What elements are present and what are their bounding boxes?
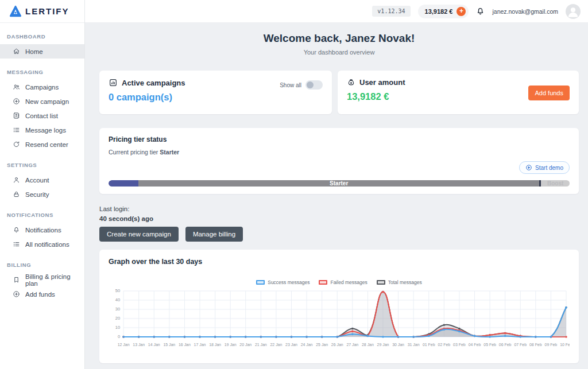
- svg-text:17 Jan: 17 Jan: [194, 343, 206, 347]
- sidebar-item-account[interactable]: Account: [0, 173, 84, 187]
- sidebar-item-label: New campaign: [25, 98, 69, 105]
- user-icon: [13, 176, 20, 184]
- legend-item[interactable]: Failed messages: [319, 279, 367, 285]
- balance-amount: 13,9182 €: [425, 8, 453, 15]
- legend-item[interactable]: Success messages: [256, 279, 310, 285]
- notifications-bell-icon[interactable]: [476, 7, 485, 15]
- sidebar-item-label: Add funds: [25, 291, 55, 298]
- svg-text:15 Jan: 15 Jan: [163, 343, 175, 347]
- sidebar-item-label: Billing & pricing plan: [25, 273, 84, 287]
- svg-text:10: 10: [115, 325, 120, 331]
- sidebar-item-message-logs[interactable]: Message logs: [0, 123, 84, 137]
- pricing-current-label: Current pricing tier: [109, 149, 158, 156]
- pricing-title: Pricing tier status: [109, 135, 570, 143]
- sidebar-item-security[interactable]: Security: [0, 187, 84, 201]
- svg-text:24 Jan: 24 Jan: [301, 343, 313, 347]
- sidebar-item-label: Contact list: [25, 112, 58, 119]
- main-area: v1.12.34 13,9182 € + janez.novak@gmail.c…: [85, 0, 588, 369]
- bell-icon: [13, 226, 20, 234]
- balance-pill[interactable]: 13,9182 € +: [418, 5, 469, 18]
- last-login-value: 40 second(s) ago: [99, 215, 579, 222]
- plus-circle-icon: [13, 98, 20, 105]
- svg-text:08 Feb: 08 Feb: [529, 343, 542, 347]
- add-funds-button[interactable]: Add funds: [528, 86, 570, 100]
- section-title-settings: SETTINGS: [0, 158, 84, 173]
- svg-text:14 Jan: 14 Jan: [148, 343, 160, 347]
- sidebar-item-label: All notifications: [25, 241, 69, 248]
- last-login-block: Last login: 40 second(s) ago Create new …: [99, 205, 579, 242]
- svg-text:26 Jan: 26 Jan: [331, 343, 343, 347]
- brand-name: LERTIFY: [25, 6, 69, 16]
- home-icon: [13, 48, 20, 55]
- create-new-campaign-button[interactable]: Create new campaign: [99, 227, 179, 242]
- lertify-logo-icon: [9, 5, 22, 18]
- plus-circle-icon: [13, 290, 20, 298]
- pricing-current-tier: Current pricing tier Starter: [109, 149, 570, 156]
- pricing-tier-card: Pricing tier status Current pricing tier…: [99, 128, 579, 194]
- svg-text:0: 0: [118, 335, 120, 340]
- sidebar-item-billing-pricing-plan[interactable]: Billing & pricing plan: [0, 273, 84, 287]
- card-title: Active campaigns: [122, 79, 185, 87]
- sidebar-item-resend-center[interactable]: Resend center: [0, 137, 84, 152]
- svg-text:06 Feb: 06 Feb: [499, 343, 512, 347]
- sidebar-item-all-notifications[interactable]: All notifications: [0, 237, 84, 251]
- bookmark-icon: [13, 276, 20, 283]
- legend-label: Failed messages: [330, 279, 367, 285]
- sidebar-item-label: Home: [25, 48, 43, 55]
- svg-text:09 Feb: 09 Feb: [545, 343, 558, 347]
- show-all-label: Show all: [280, 82, 301, 88]
- sidebar-item-home[interactable]: Home: [0, 44, 84, 59]
- svg-text:12 Jan: 12 Jan: [118, 343, 130, 347]
- tier-label: Starter: [138, 180, 539, 187]
- app-window: LERTIFY DASHBOARD Home MESSAGING Campaig…: [0, 0, 588, 369]
- sidebar-item-notifications[interactable]: Notifications: [0, 223, 84, 237]
- svg-text:01 Feb: 01 Feb: [423, 343, 435, 347]
- avatar[interactable]: [566, 4, 581, 19]
- sidebar-item-campaigns[interactable]: Campaigns: [0, 80, 84, 94]
- card-title: User amount: [359, 78, 405, 87]
- users-icon: [13, 83, 20, 91]
- svg-text:25 Jan: 25 Jan: [316, 343, 328, 347]
- money-bag-icon: [347, 78, 355, 87]
- section-title-notifications: NOTIFICATIONS: [0, 208, 84, 223]
- svg-text:20 Jan: 20 Jan: [239, 343, 252, 347]
- next-tier-segment: Boost: [541, 180, 570, 187]
- svg-text:18 Jan: 18 Jan: [209, 343, 221, 347]
- start-demo-button[interactable]: Start demo: [519, 161, 570, 174]
- user-amount-card: User amount 13,9182 € Add funds: [338, 71, 579, 114]
- sidebar-item-label: Security: [25, 191, 49, 198]
- last-login-label: Last login:: [99, 205, 579, 212]
- brand-logo[interactable]: LERTIFY: [0, 0, 84, 23]
- svg-text:13 Jan: 13 Jan: [133, 343, 145, 347]
- svg-text:03 Feb: 03 Feb: [453, 343, 466, 347]
- start-demo-label: Start demo: [535, 165, 563, 171]
- sidebar-item-label: Account: [25, 177, 49, 184]
- line-chart: 0102030405012 Jan13 Jan14 Jan15 Jan16 Ja…: [109, 288, 570, 351]
- sidebar: LERTIFY DASHBOARD Home MESSAGING Campaig…: [0, 0, 85, 369]
- svg-text:04 Feb: 04 Feb: [469, 343, 481, 347]
- sidebar-item-label: Campaigns: [25, 84, 59, 91]
- manage-billing-button[interactable]: Manage billing: [185, 227, 243, 242]
- svg-text:50: 50: [115, 289, 120, 294]
- pricing-progress-bar: Starter Boost: [109, 180, 570, 187]
- active-campaigns-value: 0 campaign(s): [109, 92, 323, 103]
- svg-text:19 Jan: 19 Jan: [225, 343, 237, 347]
- svg-text:23 Jan: 23 Jan: [285, 343, 297, 347]
- svg-text:21 Jan: 21 Jan: [255, 343, 267, 347]
- section-title-dashboard: DASHBOARD: [0, 30, 84, 44]
- progress-fill: [109, 180, 138, 187]
- lock-icon: [13, 191, 20, 198]
- sidebar-item-label: Notifications: [25, 227, 61, 234]
- add-funds-plus-icon[interactable]: +: [457, 7, 466, 16]
- svg-text:40: 40: [115, 298, 120, 303]
- legend-swatch: [256, 280, 265, 285]
- sidebar-item-contact-list[interactable]: Contact list: [0, 108, 84, 123]
- progress-track: Starter: [138, 180, 539, 187]
- legend-item[interactable]: Total messages: [377, 279, 422, 285]
- sidebar-item-new-campaign[interactable]: New campaign: [0, 94, 84, 108]
- sidebar-item-add-funds[interactable]: Add funds: [0, 287, 84, 301]
- svg-text:22 Jan: 22 Jan: [270, 343, 283, 347]
- show-all-toggle[interactable]: [305, 80, 323, 90]
- chart-legend: Success messagesFailed messagesTotal mes…: [109, 279, 570, 285]
- legend-swatch: [377, 280, 385, 285]
